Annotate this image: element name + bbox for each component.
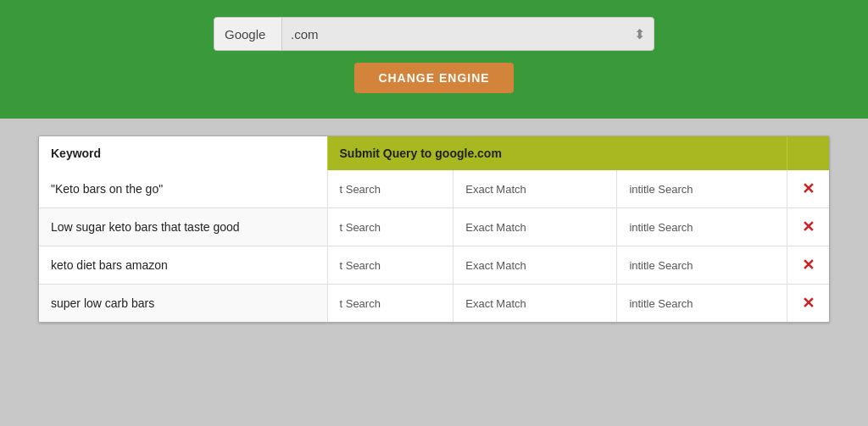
keyword-cell: Low sugar keto bars that taste good xyxy=(39,208,327,246)
intitle-cell[interactable]: intitle Search xyxy=(617,208,787,246)
keyword-cell: "Keto bars on the go" xyxy=(39,170,327,208)
table-row: "Keto bars on the go"t SearchExact Match… xyxy=(39,170,829,208)
intitle-cell[interactable]: intitle Search xyxy=(617,285,787,323)
engine-select-wrapper: Google .com.co.uk.ca.com.au ⬍ xyxy=(214,17,654,51)
col-header-actions xyxy=(787,136,829,170)
delete-cell: ✕ xyxy=(787,285,829,323)
delete-icon[interactable]: ✕ xyxy=(802,295,815,312)
delete-icon[interactable]: ✕ xyxy=(802,180,815,197)
exact-match-cell[interactable]: Exact Match xyxy=(453,285,617,323)
table-header-row: Keyword Submit Query to google.com xyxy=(39,136,829,170)
table-row: keto diet bars amazont SearchExact Match… xyxy=(39,246,829,285)
intitle-cell[interactable]: intitle Search xyxy=(617,170,787,208)
delete-cell: ✕ xyxy=(787,170,829,208)
delete-cell: ✕ xyxy=(787,208,829,246)
search-cell[interactable]: t Search xyxy=(327,170,453,208)
intitle-cell[interactable]: intitle Search xyxy=(617,246,787,285)
table-row: Low sugar keto bars that taste goodt Sea… xyxy=(39,208,829,246)
search-cell[interactable]: t Search xyxy=(327,246,453,285)
exact-match-cell[interactable]: Exact Match xyxy=(453,170,617,208)
keyword-cell: super low carb bars xyxy=(39,285,327,323)
delete-icon[interactable]: ✕ xyxy=(802,219,815,235)
keyword-table-container: Keyword Submit Query to google.com "Keto… xyxy=(38,136,830,323)
keyword-table: Keyword Submit Query to google.com "Keto… xyxy=(39,136,829,322)
engine-select[interactable]: .com.co.uk.ca.com.au xyxy=(282,18,654,50)
search-cell[interactable]: t Search xyxy=(327,208,453,246)
engine-label: Google xyxy=(214,18,282,50)
exact-match-cell[interactable]: Exact Match xyxy=(453,246,617,285)
exact-match-cell[interactable]: Exact Match xyxy=(453,208,617,246)
keyword-cell: keto diet bars amazon xyxy=(39,246,327,285)
table-body: "Keto bars on the go"t SearchExact Match… xyxy=(39,170,829,322)
delete-cell: ✕ xyxy=(787,246,829,285)
delete-icon[interactable]: ✕ xyxy=(802,257,815,274)
change-engine-button[interactable]: CHANGE ENGINE xyxy=(354,63,513,93)
col-header-submit: Submit Query to google.com xyxy=(327,136,787,170)
search-cell[interactable]: t Search xyxy=(327,285,453,323)
table-row: super low carb barst SearchExact Matchin… xyxy=(39,285,829,323)
col-header-keyword: Keyword xyxy=(39,136,327,170)
header: Google .com.co.uk.ca.com.au ⬍ CHANGE ENG… xyxy=(0,0,868,119)
content-area: Keyword Submit Query to google.com "Keto… xyxy=(0,119,868,340)
